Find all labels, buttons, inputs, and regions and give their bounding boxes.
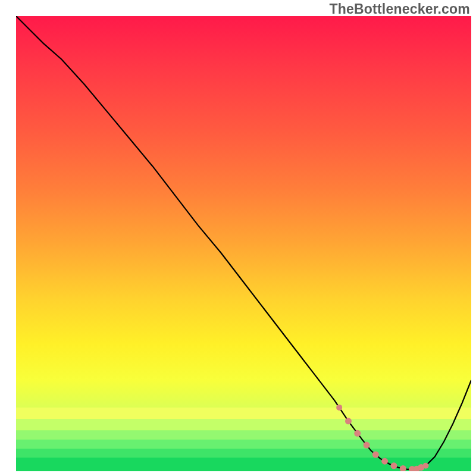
optimal-range-marker — [372, 452, 379, 458]
gradient-band — [16, 439, 471, 448]
gradient-band — [16, 408, 471, 419]
optimal-range-marker — [400, 465, 406, 472]
bottleneck-chart — [0, 0, 476, 476]
gradient-band — [16, 449, 471, 458]
optimal-range-marker — [390, 462, 397, 469]
gradient-band — [16, 419, 471, 430]
optimal-range-marker — [364, 442, 370, 449]
optimal-range-marker — [336, 405, 342, 411]
optimal-range-marker — [345, 418, 352, 424]
gradient-band — [16, 430, 471, 439]
watermark-text: TheBottlenecker.com — [330, 1, 470, 17]
optimal-range-marker — [381, 458, 388, 465]
optimal-range-marker — [423, 463, 429, 469]
optimal-range-marker — [354, 430, 361, 437]
